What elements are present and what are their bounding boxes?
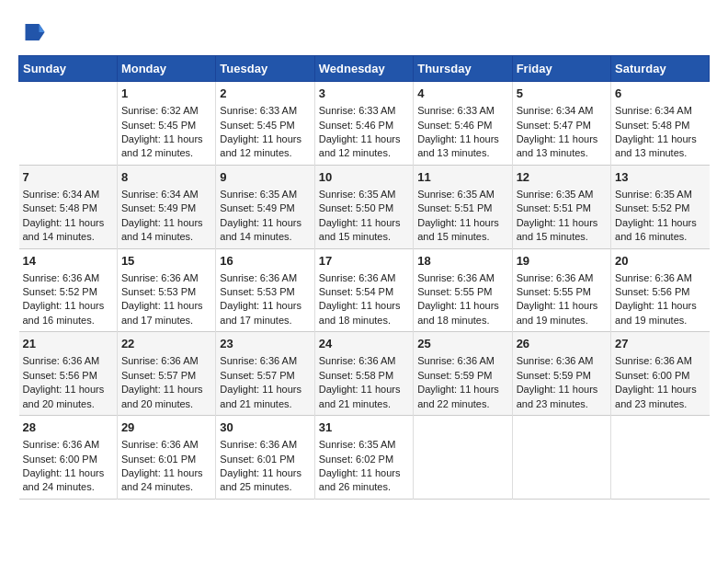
calendar-cell: 26Sunrise: 6:36 AM Sunset: 5:59 PM Dayli… — [512, 332, 610, 416]
calendar-cell: 10Sunrise: 6:35 AM Sunset: 5:50 PM Dayli… — [314, 165, 413, 248]
calendar-cell: 6Sunrise: 6:34 AM Sunset: 5:48 PM Daylig… — [611, 82, 710, 166]
day-number: 3 — [319, 86, 409, 102]
calendar-cell: 16Sunrise: 6:36 AM Sunset: 5:53 PM Dayli… — [216, 248, 314, 332]
day-number: 1 — [121, 86, 211, 102]
day-number: 27 — [615, 336, 705, 352]
calendar-cell: 27Sunrise: 6:36 AM Sunset: 6:00 PM Dayli… — [611, 332, 710, 416]
cell-content: Sunrise: 6:36 AM Sunset: 5:59 PM Dayligh… — [517, 355, 598, 408]
cell-content: Sunrise: 6:36 AM Sunset: 5:57 PM Dayligh… — [220, 355, 301, 408]
day-number: 21 — [23, 336, 113, 352]
calendar-cell: 31Sunrise: 6:35 AM Sunset: 6:02 PM Dayli… — [314, 416, 413, 500]
calendar-cell: 21Sunrise: 6:36 AM Sunset: 5:56 PM Dayli… — [19, 332, 118, 416]
cell-content: Sunrise: 6:33 AM Sunset: 5:45 PM Dayligh… — [220, 105, 301, 158]
calendar-cell: 22Sunrise: 6:36 AM Sunset: 5:57 PM Dayli… — [117, 332, 215, 416]
column-header-wednesday: Wednesday — [314, 56, 413, 82]
calendar-cell: 2Sunrise: 6:33 AM Sunset: 5:45 PM Daylig… — [216, 82, 314, 166]
column-header-thursday: Thursday — [414, 56, 512, 82]
column-header-friday: Friday — [512, 56, 610, 82]
column-header-monday: Monday — [117, 56, 215, 82]
day-number: 17 — [319, 253, 409, 270]
calendar-header-row: SundayMondayTuesdayWednesdayThursdayFrid… — [19, 56, 710, 82]
day-number: 26 — [517, 336, 607, 352]
cell-content: Sunrise: 6:36 AM Sunset: 5:53 PM Dayligh… — [121, 272, 203, 326]
cell-content: Sunrise: 6:34 AM Sunset: 5:48 PM Dayligh… — [615, 105, 697, 158]
calendar-cell: 20Sunrise: 6:36 AM Sunset: 5:56 PM Dayli… — [611, 248, 710, 332]
day-number: 22 — [121, 336, 211, 352]
cell-content: Sunrise: 6:35 AM Sunset: 5:52 PM Dayligh… — [615, 189, 697, 242]
cell-content: Sunrise: 6:36 AM Sunset: 5:55 PM Dayligh… — [417, 272, 499, 326]
calendar-cell: 24Sunrise: 6:36 AM Sunset: 5:58 PM Dayli… — [314, 332, 413, 416]
svg-marker-1 — [40, 24, 45, 32]
calendar-cell: 28Sunrise: 6:36 AM Sunset: 6:00 PM Dayli… — [19, 416, 118, 500]
cell-content: Sunrise: 6:36 AM Sunset: 5:59 PM Dayligh… — [417, 355, 499, 408]
calendar-cell: 23Sunrise: 6:36 AM Sunset: 5:57 PM Dayli… — [216, 332, 314, 416]
day-number: 5 — [517, 86, 607, 102]
column-header-tuesday: Tuesday — [216, 56, 314, 82]
cell-content: Sunrise: 6:36 AM Sunset: 6:01 PM Dayligh… — [220, 439, 301, 492]
calendar-cell: 3Sunrise: 6:33 AM Sunset: 5:46 PM Daylig… — [314, 82, 413, 166]
calendar-table: SundayMondayTuesdayWednesdayThursdayFrid… — [18, 55, 710, 500]
calendar-cell: 30Sunrise: 6:36 AM Sunset: 6:01 PM Dayli… — [216, 416, 314, 500]
cell-content: Sunrise: 6:36 AM Sunset: 5:56 PM Dayligh… — [23, 355, 105, 408]
cell-content: Sunrise: 6:32 AM Sunset: 5:45 PM Dayligh… — [121, 105, 203, 158]
cell-content: Sunrise: 6:35 AM Sunset: 5:50 PM Dayligh… — [319, 189, 401, 242]
day-number: 29 — [121, 419, 211, 436]
cell-content: Sunrise: 6:36 AM Sunset: 5:54 PM Dayligh… — [319, 272, 401, 326]
day-number: 20 — [615, 253, 705, 270]
day-number: 31 — [319, 419, 409, 436]
day-number: 24 — [319, 336, 409, 352]
calendar-cell: 15Sunrise: 6:36 AM Sunset: 5:53 PM Dayli… — [117, 248, 215, 332]
day-number: 7 — [23, 169, 113, 186]
cell-content: Sunrise: 6:36 AM Sunset: 5:55 PM Dayligh… — [517, 272, 598, 326]
calendar-cell — [19, 82, 118, 166]
day-number: 30 — [220, 419, 310, 436]
day-number: 8 — [121, 169, 211, 186]
calendar-cell: 7Sunrise: 6:34 AM Sunset: 5:48 PM Daylig… — [19, 165, 118, 248]
day-number: 6 — [615, 86, 705, 102]
day-number: 9 — [220, 169, 310, 186]
cell-content: Sunrise: 6:35 AM Sunset: 5:49 PM Dayligh… — [220, 189, 301, 242]
logo-icon — [18, 18, 46, 46]
cell-content: Sunrise: 6:35 AM Sunset: 5:51 PM Dayligh… — [417, 189, 499, 242]
calendar-cell: 11Sunrise: 6:35 AM Sunset: 5:51 PM Dayli… — [414, 165, 512, 248]
week-row-5: 28Sunrise: 6:36 AM Sunset: 6:00 PM Dayli… — [19, 416, 710, 500]
week-row-1: 1Sunrise: 6:32 AM Sunset: 5:45 PM Daylig… — [19, 82, 710, 166]
day-number: 10 — [319, 169, 409, 186]
cell-content: Sunrise: 6:35 AM Sunset: 6:02 PM Dayligh… — [319, 439, 401, 492]
cell-content: Sunrise: 6:35 AM Sunset: 5:51 PM Dayligh… — [517, 189, 598, 242]
page-header — [18, 18, 710, 46]
cell-content: Sunrise: 6:36 AM Sunset: 6:00 PM Dayligh… — [23, 439, 105, 492]
day-number: 25 — [417, 336, 507, 352]
column-header-saturday: Saturday — [611, 56, 710, 82]
week-row-3: 14Sunrise: 6:36 AM Sunset: 5:52 PM Dayli… — [19, 248, 710, 332]
day-number: 15 — [121, 253, 211, 270]
cell-content: Sunrise: 6:33 AM Sunset: 5:46 PM Dayligh… — [417, 105, 499, 158]
calendar-cell: 1Sunrise: 6:32 AM Sunset: 5:45 PM Daylig… — [117, 82, 215, 166]
day-number: 4 — [417, 86, 507, 102]
cell-content: Sunrise: 6:36 AM Sunset: 6:01 PM Dayligh… — [121, 439, 203, 492]
calendar-cell — [611, 416, 710, 500]
calendar-cell: 5Sunrise: 6:34 AM Sunset: 5:47 PM Daylig… — [512, 82, 610, 166]
calendar-cell: 14Sunrise: 6:36 AM Sunset: 5:52 PM Dayli… — [19, 248, 118, 332]
calendar-cell — [512, 416, 610, 500]
cell-content: Sunrise: 6:36 AM Sunset: 5:56 PM Dayligh… — [615, 272, 697, 326]
day-number: 28 — [23, 419, 113, 436]
calendar-cell — [414, 416, 512, 500]
week-row-2: 7Sunrise: 6:34 AM Sunset: 5:48 PM Daylig… — [19, 165, 710, 248]
cell-content: Sunrise: 6:33 AM Sunset: 5:46 PM Dayligh… — [319, 105, 401, 158]
calendar-cell: 29Sunrise: 6:36 AM Sunset: 6:01 PM Dayli… — [117, 416, 215, 500]
day-number: 11 — [417, 169, 507, 186]
cell-content: Sunrise: 6:36 AM Sunset: 5:53 PM Dayligh… — [220, 272, 301, 326]
logo — [18, 18, 50, 46]
calendar-cell: 25Sunrise: 6:36 AM Sunset: 5:59 PM Dayli… — [414, 332, 512, 416]
cell-content: Sunrise: 6:34 AM Sunset: 5:47 PM Dayligh… — [517, 105, 598, 158]
day-number: 14 — [23, 253, 113, 270]
calendar-cell: 19Sunrise: 6:36 AM Sunset: 5:55 PM Dayli… — [512, 248, 610, 332]
cell-content: Sunrise: 6:36 AM Sunset: 5:57 PM Dayligh… — [121, 355, 203, 408]
day-number: 12 — [517, 169, 607, 186]
calendar-cell: 8Sunrise: 6:34 AM Sunset: 5:49 PM Daylig… — [117, 165, 215, 248]
day-number: 16 — [220, 253, 310, 270]
cell-content: Sunrise: 6:36 AM Sunset: 5:58 PM Dayligh… — [319, 355, 401, 408]
calendar-cell: 17Sunrise: 6:36 AM Sunset: 5:54 PM Dayli… — [314, 248, 413, 332]
cell-content: Sunrise: 6:34 AM Sunset: 5:48 PM Dayligh… — [23, 189, 105, 242]
